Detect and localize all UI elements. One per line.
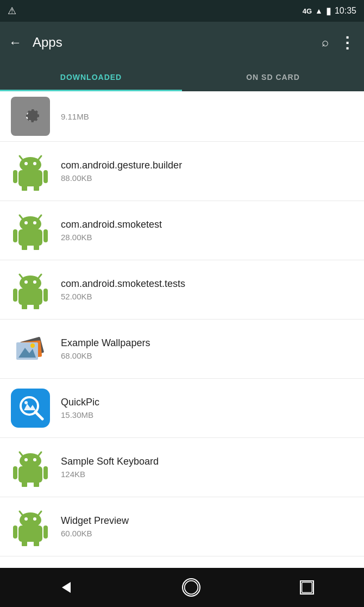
- svg-rect-26: [13, 289, 17, 302]
- app-name: Widget Preview: [61, 515, 353, 527]
- svg-point-42: [24, 458, 28, 461]
- list-item[interactable]: com.android.smoketest.tests 52.00KB: [0, 260, 364, 320]
- svg-point-38: [24, 401, 28, 404]
- svg-rect-44: [18, 466, 42, 483]
- app-info: com.android.smoketest 28.00KB: [61, 219, 353, 242]
- app-icon: [11, 389, 50, 428]
- app-name: Sample Soft Keyboard: [61, 456, 353, 467]
- app-info: 9.11MB: [61, 112, 353, 121]
- svg-rect-9: [34, 184, 39, 191]
- svg-rect-6: [13, 170, 17, 183]
- tabs-bar: DOWNLOADED ON SD CARD: [0, 63, 364, 91]
- svg-point-52: [24, 517, 28, 521]
- tab-on-sd-card[interactable]: ON SD CARD: [182, 63, 364, 91]
- svg-rect-46: [43, 466, 48, 479]
- app-info: QuickPic 15.30MB: [61, 397, 353, 420]
- app-icon: [11, 507, 50, 546]
- warning-icon: ⚠: [8, 5, 16, 17]
- nav-recent-button[interactable]: [300, 580, 314, 595]
- app-name: com.android.smoketest: [61, 219, 353, 230]
- more-options-button[interactable]: ⋮: [340, 34, 355, 52]
- app-info: Example Wallpapers 68.00KB: [61, 337, 353, 360]
- app-icon: [11, 448, 50, 487]
- status-bar: ⚠ 4G ▲ ▮ 10:35: [0, 0, 364, 22]
- page-title: Apps: [33, 35, 322, 50]
- list-item[interactable]: Widget Preview 60.00KB: [0, 497, 364, 556]
- tab-downloaded[interactable]: DOWNLOADED: [0, 63, 182, 91]
- svg-rect-48: [34, 480, 39, 487]
- svg-rect-57: [22, 540, 27, 546]
- svg-rect-8: [22, 184, 27, 191]
- app-size: 68.00KB: [61, 351, 353, 360]
- svg-rect-19: [34, 243, 39, 250]
- svg-point-60: [185, 581, 198, 595]
- svg-rect-15: [18, 229, 42, 246]
- svg-point-51: [20, 512, 41, 528]
- svg-point-24: [33, 280, 36, 284]
- svg-point-2: [20, 157, 41, 172]
- svg-rect-5: [18, 170, 42, 186]
- svg-point-41: [20, 453, 41, 468]
- svg-point-43: [33, 458, 36, 461]
- svg-point-23: [24, 280, 28, 284]
- svg-rect-45: [13, 466, 17, 479]
- list-item[interactable]: com.android.smoketest 28.00KB: [0, 201, 364, 260]
- app-info: Widget Preview 60.00KB: [61, 515, 353, 538]
- search-button[interactable]: ⌕: [322, 35, 329, 49]
- app-list: 9.11MB: [0, 91, 364, 568]
- nav-back-button[interactable]: [50, 571, 83, 604]
- svg-rect-27: [43, 289, 48, 302]
- app-icon: [11, 97, 50, 136]
- nav-home-button[interactable]: [182, 578, 200, 597]
- app-icon: [11, 152, 50, 191]
- svg-rect-18: [22, 243, 27, 250]
- svg-rect-54: [18, 525, 42, 542]
- quickpic-app-icon: [11, 389, 50, 428]
- svg-line-36: [35, 412, 42, 419]
- svg-rect-58: [34, 540, 39, 546]
- svg-marker-37: [24, 404, 36, 410]
- svg-point-13: [24, 221, 28, 224]
- app-name: QuickPic: [61, 397, 353, 408]
- wallpaper-app-icon: [11, 329, 50, 368]
- app-size: 88.00KB: [61, 173, 353, 183]
- svg-rect-47: [22, 480, 27, 487]
- svg-rect-55: [13, 525, 17, 539]
- status-bar-left: ⚠: [8, 5, 16, 17]
- app-size: 124KB: [61, 470, 353, 479]
- signal-bars-icon: ▲: [315, 7, 323, 15]
- app-icon: [11, 270, 50, 309]
- list-item[interactable]: 9.11MB: [0, 91, 364, 142]
- list-item[interactable]: com.android.gesture.builder 88.00KB: [0, 142, 364, 201]
- app-info: com.android.smoketest.tests 52.00KB: [61, 278, 353, 301]
- settings-app-icon: [11, 97, 50, 136]
- svg-rect-61: [302, 583, 312, 593]
- app-name: com.android.smoketest.tests: [61, 278, 353, 290]
- back-button[interactable]: ←: [9, 35, 22, 50]
- svg-point-53: [33, 517, 36, 521]
- battery-icon: ▮: [326, 5, 331, 17]
- list-item[interactable]: Example Wallpapers 68.00KB: [0, 320, 364, 379]
- app-size: 9.11MB: [61, 112, 353, 121]
- svg-rect-56: [43, 525, 48, 539]
- svg-point-22: [20, 276, 41, 291]
- app-info: com.android.gesture.builder 88.00KB: [61, 160, 353, 183]
- svg-point-14: [33, 221, 36, 224]
- app-info: Sample Soft Keyboard 124KB: [61, 456, 353, 479]
- list-item[interactable]: QuickPic 15.30MB: [0, 379, 364, 438]
- time-display: 10:35: [335, 6, 356, 16]
- app-icon: [11, 329, 50, 368]
- svg-point-34: [30, 343, 35, 348]
- svg-rect-29: [34, 303, 39, 309]
- svg-point-3: [24, 162, 28, 165]
- nav-bar: [0, 568, 364, 607]
- svg-rect-7: [43, 170, 48, 183]
- svg-rect-28: [22, 303, 27, 309]
- app-bar-actions: ⌕ ⋮: [322, 34, 355, 52]
- list-item[interactable]: Sample Soft Keyboard 124KB: [0, 438, 364, 497]
- app-name: Example Wallpapers: [61, 337, 353, 349]
- app-size: 15.30MB: [61, 410, 353, 420]
- app-size: 60.00KB: [61, 529, 353, 538]
- svg-point-12: [20, 216, 41, 231]
- app-name: com.android.gesture.builder: [61, 160, 353, 171]
